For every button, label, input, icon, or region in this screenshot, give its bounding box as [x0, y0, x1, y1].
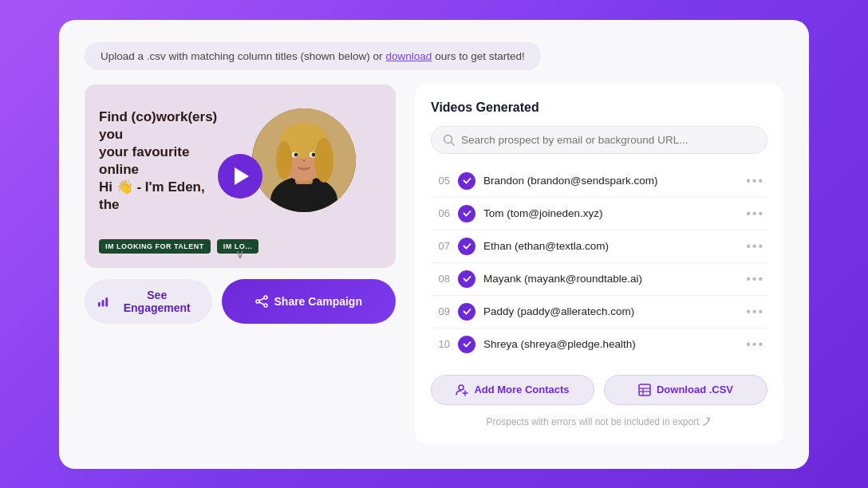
row-number: 05: [434, 175, 450, 187]
bar-chart-icon: [97, 295, 109, 308]
add-contacts-label: Add More Contacts: [474, 384, 569, 396]
svg-point-15: [264, 304, 267, 307]
row-number: 07: [434, 240, 450, 252]
arrow-icon: [702, 417, 712, 427]
right-panel: Videos Generated 05 Brandon (brandon@sen…: [415, 85, 783, 443]
person-avatar: [252, 108, 356, 212]
more-options-button[interactable]: •••: [746, 207, 764, 221]
svg-rect-24: [639, 384, 650, 396]
prospect-name: Shreya (shreya@pledge.health): [483, 338, 738, 350]
check-circle-icon: [458, 205, 475, 222]
svg-rect-11: [98, 301, 101, 306]
share-label: Share Campaign: [274, 295, 362, 308]
more-options-button[interactable]: •••: [746, 337, 764, 352]
export-note: Prospects with errors will not be includ…: [431, 416, 767, 427]
table-row: 10 Shreya (shreya@pledge.health) •••: [431, 329, 767, 360]
left-panel: Find (co)work(ers) you your favourite on…: [85, 85, 396, 324]
upload-banner: Upload a .csv with matching column title…: [85, 42, 541, 70]
share-campaign-button[interactable]: Share Campaign: [222, 279, 397, 324]
action-buttons-row: See Engagement Share Campaign: [85, 279, 396, 324]
see-engagement-button[interactable]: See Engagement: [85, 279, 212, 324]
svg-point-10: [312, 152, 316, 156]
check-circle-icon: [458, 238, 475, 255]
svg-point-5: [314, 138, 333, 183]
row-number: 09: [434, 305, 450, 317]
svg-line-18: [258, 302, 263, 305]
search-icon: [443, 134, 455, 146]
svg-line-17: [258, 298, 263, 301]
check-circle-icon: [458, 303, 475, 321]
svg-point-14: [264, 296, 267, 299]
svg-rect-12: [102, 300, 105, 306]
svg-point-9: [294, 152, 298, 156]
check-circle-icon: [458, 270, 475, 288]
svg-point-21: [459, 385, 464, 390]
play-button[interactable]: [218, 154, 262, 199]
more-options-button[interactable]: •••: [746, 174, 764, 188]
download-csv-button[interactable]: Download .CSV: [604, 375, 767, 405]
check-circle-icon: [458, 172, 475, 190]
table-row: 05 Brandon (brandon@sendspark.com) •••: [431, 165, 767, 198]
banner-text-before: Upload a .csv with matching column title…: [101, 50, 382, 62]
svg-line-20: [452, 142, 455, 145]
engagement-label: See Engagement: [115, 289, 199, 314]
svg-point-16: [256, 300, 259, 303]
main-content-row: Find (co)work(ers) you your favourite on…: [85, 85, 783, 443]
panel-title: Videos Generated: [431, 100, 767, 115]
svg-rect-13: [105, 297, 108, 306]
banner-text-after: ours to get started!: [435, 50, 525, 62]
svg-point-6: [276, 141, 292, 179]
chevron-down-icon: ∨: [235, 246, 245, 262]
table-row: 07 Ethan (ethan@textla.com) •••: [431, 230, 767, 263]
table-icon: [638, 384, 651, 396]
table-row: 08 Mayank (mayank@roundtable.ai) •••: [431, 263, 767, 296]
prospect-name: Mayank (mayank@roundtable.ai): [483, 273, 738, 285]
prospect-name: Brandon (brandon@sendspark.com): [483, 175, 738, 187]
share-icon: [255, 295, 268, 308]
prospect-name: Paddy (paddy@alleratech.com): [483, 305, 738, 317]
bottom-actions: Add More Contacts Download .CSV: [431, 375, 767, 405]
row-number: 08: [434, 273, 450, 285]
download-csv-label: Download .CSV: [657, 384, 733, 396]
video-preview[interactable]: Find (co)work(ers) you your favourite on…: [85, 85, 396, 268]
download-link[interactable]: download: [385, 50, 432, 62]
video-overlay-text: Find (co)work(ers) you your favourite on…: [99, 108, 227, 214]
row-number: 10: [434, 338, 450, 350]
prospect-name: Ethan (ethan@textla.com): [483, 240, 738, 252]
add-contacts-button[interactable]: Add More Contacts: [431, 375, 594, 405]
tag-looking-for-talent: IM LOOKING FOR TALENT: [99, 239, 211, 254]
more-options-button[interactable]: •••: [746, 239, 764, 254]
more-options-button[interactable]: •••: [746, 305, 764, 319]
row-number: 06: [434, 207, 450, 219]
search-input[interactable]: [461, 134, 756, 146]
check-circle-icon: [458, 336, 475, 353]
table-row: 09 Paddy (paddy@alleratech.com) •••: [431, 296, 767, 329]
search-box[interactable]: [431, 126, 767, 154]
prospects-list: 05 Brandon (brandon@sendspark.com) ••• 0…: [431, 165, 767, 360]
more-options-button[interactable]: •••: [746, 272, 764, 286]
main-card: Upload a .csv with matching column title…: [59, 20, 809, 469]
table-row: 06 Tom (tom@joineden.xyz) •••: [431, 198, 767, 230]
prospect-name: Tom (tom@joineden.xyz): [483, 207, 738, 219]
add-user-icon: [456, 384, 468, 396]
